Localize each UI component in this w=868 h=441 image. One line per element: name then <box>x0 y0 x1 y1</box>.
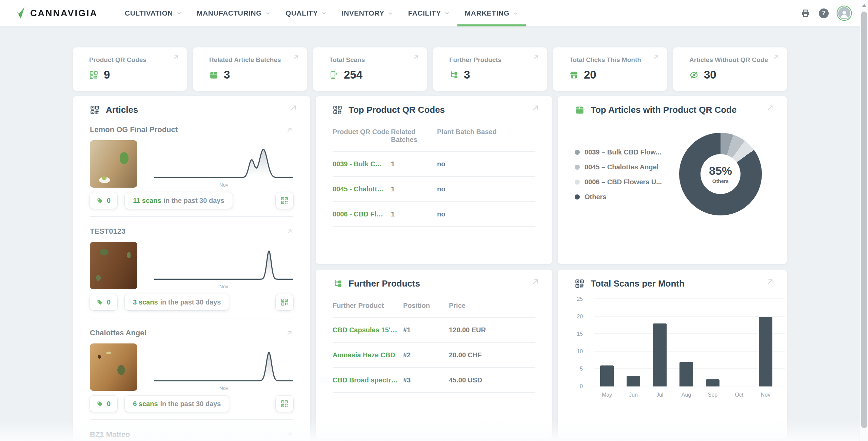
scrollbar-thumb[interactable] <box>861 12 867 428</box>
chevron-down-icon <box>176 10 182 16</box>
y-tick-label: 15 <box>577 331 583 337</box>
open-link-icon[interactable] <box>772 53 780 61</box>
tag-count: 0 <box>107 298 111 306</box>
column-header: Price <box>449 302 535 310</box>
product-qr-link[interactable]: 0045 - Chalottes Angel <box>333 185 391 193</box>
bar-Nov <box>759 317 772 386</box>
legend-label: 0006 – CBD Flowers U... <box>585 178 662 186</box>
legend-item: Others <box>575 193 673 201</box>
open-article-icon[interactable] <box>286 228 293 235</box>
nav-label: MANUFACTURING <box>197 9 262 17</box>
qr-code-button[interactable] <box>276 396 293 412</box>
x-tick-label: Nov <box>752 392 779 398</box>
column-header: Position <box>403 302 449 310</box>
panel-title: Further Products <box>349 278 420 289</box>
article-title: TEST0123 <box>90 227 125 236</box>
open-link-icon[interactable] <box>172 53 180 61</box>
nav-cultivation[interactable]: CULTIVATION <box>117 0 189 26</box>
product-qr-link[interactable]: 0039 - Bulk CBD Flowers <box>333 160 391 168</box>
bar-chart-area: 0510152025 MayJunJulAugSepOctNov <box>575 299 770 411</box>
column-header: Further Product <box>333 302 403 310</box>
table-row: 0039 - Bulk CBD Flowers 1 no <box>333 152 535 177</box>
nav-inventory[interactable]: INVENTORY <box>334 0 401 26</box>
scan-count-suffix: in the past 30 days <box>160 298 221 306</box>
chevron-down-icon <box>321 10 327 16</box>
y-tick-label: 25 <box>577 296 583 302</box>
expand-panel-icon[interactable] <box>766 103 775 112</box>
legend-item: 0045 – Chalottes Angel <box>575 163 673 171</box>
expand-panel-icon[interactable] <box>531 103 540 112</box>
x-tick-label: May <box>594 392 620 398</box>
package-icon <box>209 70 218 80</box>
article-photo <box>90 343 137 391</box>
article-item: Chalottes Angel Nov 0 6 s <box>90 318 293 420</box>
chevron-down-icon <box>265 10 271 16</box>
qr-code-icon <box>89 70 98 80</box>
help-button[interactable]: ? <box>819 8 829 18</box>
panel-title: Total Scans per Month <box>591 278 685 289</box>
nav-facility[interactable]: FACILITY <box>401 0 457 26</box>
y-tick-label: 10 <box>577 349 583 355</box>
bar-May <box>600 365 614 386</box>
eye-off-icon <box>689 70 698 80</box>
package-icon <box>575 105 585 115</box>
gridline-20 <box>594 316 785 317</box>
open-link-icon[interactable] <box>532 53 540 61</box>
stat-value: 3 <box>224 68 230 81</box>
tag-count-chip: 0 <box>90 396 117 412</box>
open-link-icon[interactable] <box>652 53 660 61</box>
hierarchy-icon <box>449 70 458 80</box>
chevron-down-icon <box>388 10 393 16</box>
sparkline-month-label: Nov <box>154 284 293 289</box>
expand-panel-icon[interactable] <box>289 103 298 112</box>
further-product-link[interactable]: CBD Capsules 15'000mg <box>333 326 403 334</box>
open-article-icon[interactable] <box>286 126 293 133</box>
related-batches-cell: 1 <box>391 160 437 168</box>
expand-panel-icon[interactable] <box>766 277 775 286</box>
expand-panel-icon[interactable] <box>531 277 540 286</box>
brand-name: CANNAVIGIA <box>30 8 98 19</box>
nav-marketing[interactable]: MARKETING <box>457 0 526 26</box>
legend-dot <box>575 150 580 155</box>
qr-code-button[interactable] <box>276 192 293 209</box>
printer-icon[interactable] <box>801 9 810 18</box>
stat-value: 9 <box>104 68 110 81</box>
further-product-link[interactable]: CBD Broad spectrum <box>333 376 403 384</box>
open-article-icon[interactable] <box>286 431 293 438</box>
tag-icon <box>97 197 103 204</box>
further-product-link[interactable]: Amnesia Haze CBD <box>333 351 403 359</box>
scrollbar-up-arrow[interactable] <box>862 4 867 7</box>
question-mark-icon: ? <box>822 10 826 17</box>
open-link-icon[interactable] <box>412 53 420 61</box>
scan-count: 6 scans <box>133 400 158 408</box>
brand-logo[interactable]: CANNAVIGIA <box>15 0 98 26</box>
article-title: Lemon OG Final Product <box>90 125 178 134</box>
gridline-15 <box>594 333 785 334</box>
y-tick-label: 20 <box>577 314 583 320</box>
open-article-icon[interactable] <box>286 329 293 337</box>
dashboard-content: Product QR Codes 9 Related Article Batch… <box>73 26 787 441</box>
scan-count: 3 scans <box>133 298 158 306</box>
panel-title: Top Articles with Product QR Code <box>591 105 736 115</box>
panel-title: Articles <box>106 105 138 115</box>
bar-Jul <box>653 323 667 386</box>
nav-label: FACILITY <box>408 9 441 17</box>
top-product-qr-codes-panel: Top Product QR Codes Product QR Code Rel… <box>316 96 552 264</box>
legend-dot <box>575 180 580 185</box>
sparkline-month-label: Nov <box>154 385 293 391</box>
nav-label: INVENTORY <box>342 9 384 17</box>
scan-count-suffix: in the past 30 days <box>160 400 221 408</box>
stat-further-products: Further Products 3 <box>433 47 547 91</box>
top-navigation-bar: CANNAVIGIA CULTIVATION MANUFACTURING QUA… <box>0 0 868 26</box>
nav-manufacturing[interactable]: MANUFACTURING <box>189 0 278 26</box>
user-avatar[interactable] <box>837 6 851 20</box>
qr-code-icon <box>280 196 289 205</box>
x-tick-label: Jun <box>620 392 647 398</box>
stat-value: 30 <box>704 68 716 81</box>
product-qr-link[interactable]: 0006 - CBD Flowers Unic... <box>333 210 391 218</box>
position-cell: #2 <box>403 351 449 359</box>
stat-articles-without-qr: Articles Without QR Code 30 <box>673 47 787 91</box>
open-link-icon[interactable] <box>292 53 300 61</box>
nav-quality[interactable]: QUALITY <box>278 0 334 26</box>
qr-code-button[interactable] <box>276 294 293 310</box>
